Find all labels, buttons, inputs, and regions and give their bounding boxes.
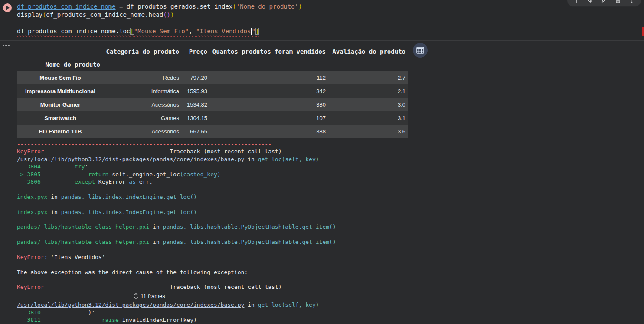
table-cell: 1534.82 xyxy=(180,98,208,111)
traceback-line: ----------------------------------------… xyxy=(17,140,644,148)
code-segment: pandas._libs.index.IndexEngine.get_loc() xyxy=(61,209,197,215)
traceback-line: KeyError Traceback (most recent call las… xyxy=(17,283,644,291)
code-segment: InvalidIndexError(key) xyxy=(119,317,197,323)
traceback-line: index.pyx in pandas._libs.index.IndexEng… xyxy=(17,208,644,216)
code-segment: : xyxy=(85,163,88,170)
code-segment xyxy=(41,178,75,185)
move-cell-up-icon[interactable] xyxy=(572,0,581,5)
row-index-label: Monitor Gamer xyxy=(17,98,104,111)
traceback-line xyxy=(17,201,644,208)
code-segment: pandas._libs.hashtable.PyObjectHashTable… xyxy=(163,224,336,230)
code-segment: ) xyxy=(298,3,302,10)
table-cell: 1304.15 xyxy=(180,111,208,125)
code-segment: display xyxy=(17,11,42,18)
code-segment: in xyxy=(244,301,258,308)
code-segment: KeyError xyxy=(95,178,129,185)
table-row: Mouse Sem FioRedes797.201122.7 xyxy=(17,71,408,84)
code-segment: : 'Itens Vendidos' xyxy=(44,254,105,260)
traceback-line: 3804 try: xyxy=(17,163,644,170)
code-segment: 3806 xyxy=(17,178,41,185)
run-cell-button[interactable] xyxy=(3,3,12,12)
column-header: Quantos produtos foram vendidos xyxy=(208,45,326,58)
table-cell: 342 xyxy=(208,84,326,98)
traceback-line: The above exception was the direct cause… xyxy=(17,269,644,276)
play-icon xyxy=(6,6,10,10)
code-segment xyxy=(41,317,102,323)
code-segment: index.pyx xyxy=(17,209,47,215)
code-segment: in xyxy=(244,156,258,162)
code-line[interactable]: df_produtos_com_indice_nome = df_produto… xyxy=(17,3,302,11)
table-row: HD Externo 1TBAcessórios667.653883.6 xyxy=(17,125,408,138)
more-vert-icon[interactable] xyxy=(627,0,637,5)
code-segment: pandas/_libs/hashtable_class_helper.pxi xyxy=(17,224,149,230)
traceback-line: -> 3805 return self._engine.get_loc(cast… xyxy=(17,171,644,178)
row-index-label: Mouse Sem Fio xyxy=(17,71,104,84)
traceback-line xyxy=(17,185,644,193)
table-convert-button[interactable] xyxy=(413,43,428,58)
traceback-line xyxy=(17,231,644,238)
index-name: Nome do produto xyxy=(17,58,104,71)
code-segment: KeyError xyxy=(17,254,44,260)
code-segment: pandas._libs.hashtable.PyObjectHashTable… xyxy=(163,239,336,245)
code-segment: in xyxy=(149,224,163,230)
code-segment: Traceback (most recent call last) xyxy=(170,284,281,290)
row-index-label: Impressora Multifuncional xyxy=(17,84,104,98)
dataframe-table: Categoria do produto Preço Quantos produ… xyxy=(17,45,408,138)
table-cell: 2.1 xyxy=(326,84,408,98)
editor-divider xyxy=(308,0,308,40)
code-segment: df_produtos_com_indice_nome.head xyxy=(46,11,163,18)
frames-toggle-button[interactable]: 11 frames xyxy=(130,292,169,300)
traceback-line: pandas/_libs/hashtable_class_helper.pxi … xyxy=(17,238,644,246)
code-link[interactable]: df_produtos_com_indice_nome xyxy=(17,3,116,10)
unfold-icon xyxy=(134,293,138,299)
code-link[interactable]: /usr/local/lib/python3.12/dist-packages/… xyxy=(17,156,244,162)
code-segment: ) xyxy=(170,11,174,18)
table-cell: 2.7 xyxy=(326,71,408,84)
frames-divider: 11 frames xyxy=(17,292,644,300)
code-segment: The above exception was the direct cause… xyxy=(17,269,248,275)
edit-icon[interactable] xyxy=(599,0,609,5)
code-segment: return xyxy=(88,171,108,178)
code-segment: ): xyxy=(41,309,95,316)
traceback-line: index.pyx in pandas._libs.index.IndexEng… xyxy=(17,193,644,201)
table-cell: Redes xyxy=(104,71,180,84)
table-cell: 3.1 xyxy=(326,111,408,125)
code-segment: pandas/_libs/hashtable_class_helper.pxi xyxy=(17,239,149,245)
code-segment xyxy=(41,171,88,178)
column-header: Categoria do produto xyxy=(104,45,180,58)
move-cell-down-icon[interactable] xyxy=(585,0,595,5)
table-cell: 380 xyxy=(208,98,326,111)
code-link[interactable]: /usr/local/lib/python3.12/dist-packages/… xyxy=(17,301,244,308)
code-segment: in xyxy=(47,194,61,200)
traceback-line: /usr/local/lib/python3.12/dist-packages/… xyxy=(17,301,644,308)
column-header: Preço xyxy=(180,45,208,58)
code-segment: raise xyxy=(102,317,119,323)
traceback-line: /usr/local/lib/python3.12/dist-packages/… xyxy=(17,156,644,163)
code-segment: ] xyxy=(255,28,259,35)
delete-icon[interactable] xyxy=(613,0,623,5)
code-segment: get_loc(self, key) xyxy=(258,156,319,162)
code-line[interactable]: display(df_produtos_com_indice_nome.head… xyxy=(17,11,302,19)
code-segment: df_produtos_com_indice_nome.loc xyxy=(17,28,130,35)
traceback-line xyxy=(17,276,644,283)
code-segment: 3810 xyxy=(17,309,41,316)
code-segment: ( xyxy=(163,11,167,18)
divider-line xyxy=(169,296,644,296)
code-segment: in xyxy=(47,209,61,215)
code-editor[interactable]: df_produtos_com_indice_nome = df_produto… xyxy=(17,3,302,36)
code-segment: " xyxy=(252,28,255,35)
code-segment: 3804 xyxy=(17,163,41,170)
table-icon xyxy=(416,47,424,54)
output-options-button[interactable] xyxy=(3,45,10,46)
code-segment: as xyxy=(129,178,136,185)
table-cell: 3.6 xyxy=(326,125,408,138)
code-segment: Traceback (most recent call last) xyxy=(170,148,281,155)
divider-line xyxy=(17,296,130,296)
code-segment: pandas._libs.index.IndexEngine.get_loc() xyxy=(61,194,197,200)
index-corner xyxy=(17,45,104,58)
cell-toolbar xyxy=(567,0,641,7)
code-line[interactable]: df_produtos_com_indice_nome.loc["Mouse S… xyxy=(17,27,302,36)
code-segment: self._engine.get_loc xyxy=(108,171,180,178)
code-line[interactable] xyxy=(17,19,302,27)
traceback-line: KeyError Traceback (most recent call las… xyxy=(17,148,644,155)
